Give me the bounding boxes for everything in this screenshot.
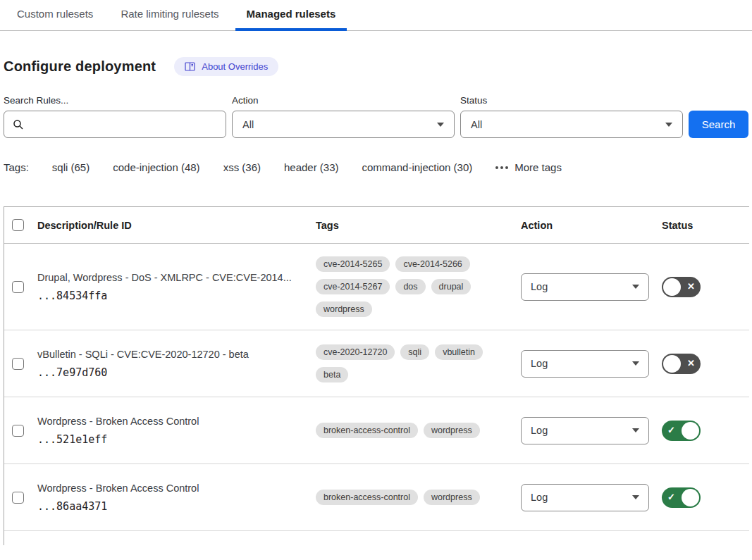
tag-pill[interactable]: cve-2014-5267 (316, 279, 390, 294)
tag-pill[interactable]: wordpress (316, 301, 372, 317)
row-checkbox[interactable] (12, 425, 24, 437)
column-header-action: Action (521, 220, 662, 231)
toggle-state-icon: ✕ (687, 359, 695, 368)
table-row: Drupal, Wordpress - DoS - XMLRPC - CVE:C… (4, 244, 749, 330)
row-checkbox[interactable] (12, 492, 24, 504)
rule-action-cell: Log (521, 273, 662, 301)
rule-action-cell: Log (521, 350, 662, 378)
chevron-down-icon (632, 495, 639, 499)
rule-action-cell: Log (521, 484, 662, 511)
chevron-down-icon (437, 123, 444, 127)
rule-enabled-toggle[interactable]: ✓ (662, 421, 701, 441)
tag-pill[interactable]: beta (316, 367, 348, 382)
status-filter-label: Status (460, 95, 683, 106)
rule-action-value: Log (531, 425, 548, 436)
tag-pill[interactable]: cve-2014-5266 (395, 256, 469, 272)
tag-pill[interactable]: broken-access-control (316, 423, 418, 438)
about-overrides-label: About Overrides (202, 61, 268, 72)
rule-action-value: Log (531, 492, 548, 503)
search-label: Search Rules... (4, 95, 226, 106)
tag-pill[interactable]: vbulletin (435, 344, 483, 360)
tag-pill[interactable]: drupal (431, 279, 471, 294)
tag-filter-link[interactable]: xss (36) (223, 161, 261, 173)
filter-row: Search Rules... Action All Status All (4, 95, 749, 138)
select-all-checkbox[interactable] (12, 219, 24, 231)
rule-action-value: Log (531, 358, 548, 369)
ellipsis-icon (495, 166, 508, 169)
action-filter-label: Action (232, 95, 455, 106)
table-header-row: Description/Rule ID Tags Action Status (4, 207, 749, 244)
rule-action-select[interactable]: Log (521, 350, 649, 378)
chevron-down-icon (665, 123, 672, 127)
tag-pill[interactable]: wordpress (424, 423, 480, 438)
status-filter-field: Status All (460, 95, 683, 138)
column-header-tags: Tags (316, 220, 521, 231)
tag-pill[interactable]: dos (395, 279, 425, 294)
book-icon (185, 62, 195, 71)
rule-description-cell: vBulletin - SQLi - CVE:CVE-2020-12720 - … (37, 349, 316, 379)
chevron-down-icon (632, 428, 639, 433)
rule-id: ...86aa4371 (37, 500, 316, 513)
action-filter-value: All (242, 119, 254, 130)
rule-status-cell: ✕ (662, 277, 749, 297)
rule-description: vBulletin - SQLi - CVE:CVE-2020-12720 - … (37, 349, 316, 360)
tag-filter-link[interactable]: command-injection (30) (362, 161, 473, 173)
rule-description: Wordpress - Broken Access Control (37, 416, 316, 427)
rule-action-select[interactable]: Log (521, 484, 649, 511)
rule-tags-cell: cve-2014-5265 cve-2014-5266 cve-2014-526… (316, 256, 521, 317)
table-next-row-sliver (4, 531, 749, 545)
rules-table: Description/Rule ID Tags Action Status D… (4, 206, 749, 545)
rule-tags-cell: broken-access-control wordpress (316, 423, 521, 438)
toggle-knob (663, 278, 681, 296)
rule-description-cell: Drupal, Wordpress - DoS - XMLRPC - CVE:C… (37, 272, 316, 302)
rule-action-select[interactable]: Log (521, 273, 649, 301)
table-row: vBulletin - SQLi - CVE:CVE-2020-12720 - … (4, 330, 749, 397)
search-input[interactable] (30, 119, 218, 130)
tag-filter-link[interactable]: header (33) (284, 161, 339, 173)
action-filter-field: Action All (232, 95, 455, 138)
rule-enabled-toggle[interactable]: ✓ (662, 487, 701, 508)
rule-action-value: Log (531, 281, 548, 292)
column-header-description: Description/Rule ID (37, 220, 316, 231)
rule-description: Wordpress - Broken Access Control (37, 483, 316, 494)
tag-pill[interactable]: sqli (400, 344, 429, 360)
tag-pill[interactable]: cve-2020-12720 (316, 344, 395, 360)
tag-filter-link[interactable]: sqli (65) (52, 161, 90, 173)
search-icon (13, 119, 24, 130)
rule-action-select[interactable]: Log (521, 417, 649, 444)
rule-enabled-toggle[interactable]: ✕ (662, 354, 701, 374)
tags-bar-label: Tags: (4, 161, 29, 173)
search-button[interactable]: Search (689, 111, 748, 138)
tag-pill[interactable]: broken-access-control (316, 490, 418, 505)
tab[interactable]: Rate limiting rulesets (109, 0, 230, 31)
rule-enabled-toggle[interactable]: ✕ (662, 277, 701, 297)
row-checkbox[interactable] (12, 358, 24, 370)
rule-status-cell: ✓ (662, 487, 749, 508)
toggle-state-icon: ✓ (667, 425, 675, 435)
tag-pill[interactable]: wordpress (424, 490, 480, 505)
chevron-down-icon (632, 285, 639, 289)
rule-tags-cell: broken-access-control wordpress (316, 490, 521, 505)
table-row: Wordpress - Broken Access Control ...521… (4, 397, 749, 464)
rule-description-cell: Wordpress - Broken Access Control ...86a… (37, 483, 316, 513)
about-overrides-badge[interactable]: About Overrides (174, 57, 278, 76)
search-box[interactable] (4, 111, 226, 138)
chevron-down-icon (632, 361, 639, 366)
tag-pill[interactable]: cve-2014-5265 (316, 256, 390, 272)
toggle-knob (682, 489, 699, 506)
search-field: Search Rules... (4, 95, 226, 138)
rule-status-cell: ✕ (662, 354, 749, 374)
status-filter-value: All (471, 119, 482, 130)
tag-filter-link[interactable]: code-injection (48) (113, 161, 199, 173)
tab[interactable]: Custom rulesets (6, 0, 104, 31)
rule-id: ...7e97d760 (37, 366, 316, 379)
tab[interactable]: Managed rulesets (235, 0, 347, 31)
action-filter-select[interactable]: All (232, 111, 455, 138)
more-tags-button[interactable]: More tags (495, 161, 562, 173)
rule-description: Drupal, Wordpress - DoS - XMLRPC - CVE:C… (37, 272, 316, 283)
status-filter-select[interactable]: All (460, 111, 683, 138)
more-tags-label: More tags (514, 161, 562, 173)
row-checkbox[interactable] (12, 281, 24, 293)
ruleset-tabbar: Custom rulesets Rate limiting rulesets M… (0, 0, 752, 31)
rule-id: ...84534ffa (37, 290, 316, 302)
